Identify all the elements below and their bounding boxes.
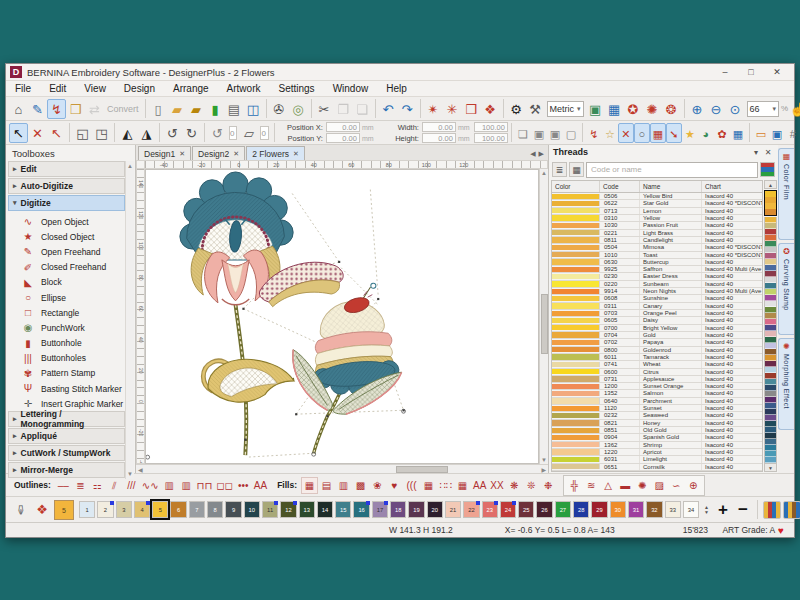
canvas-horizontal-scrollbar[interactable]: ◀▶ [136,464,548,473]
menu-item[interactable]: File [6,81,40,97]
fill-step-icon[interactable]: ▥ [335,477,352,494]
menu-item[interactable]: Help [377,81,416,97]
thread-row[interactable]: 0703 Orange Peel Isacord 40 [552,310,762,317]
zoom-level-dropdown[interactable]: 66▾ [747,101,780,117]
rotate-free-icon[interactable]: ↺ [208,123,227,143]
hoop-layout-icon[interactable]: ❏ [515,123,531,143]
effect-wave-icon[interactable]: ≋ [583,477,600,494]
outline-box-icon[interactable]: ▭ [753,123,769,143]
stitch-edit-icon[interactable]: ↯ [586,123,602,143]
thread-row[interactable]: 1362 Shrimp Isacord 40 [552,442,762,449]
thread-row[interactable]: 0811 Candlelight Isacord 40 [552,237,762,244]
toolbox-section-header[interactable]: ▸Lettering / Monogramming [8,411,125,427]
tab-scroll-left-icon[interactable]: ◀ [530,150,535,158]
close-button[interactable]: ✕ [764,64,790,80]
thread-row[interactable]: 0232 Seaweed Isacord 40 [552,412,762,419]
mouse-hoop-icon[interactable]: ◎ [289,99,308,119]
polygon-select-icon[interactable]: ✕ [28,123,47,143]
thread-row[interactable]: 1352 Salmon Isacord 40 [552,390,762,397]
menu-item[interactable]: Artwork [218,81,270,97]
settings-gear-icon[interactable]: ⚙ [507,99,526,119]
thread-row[interactable]: 0904 Spanish Gold Isacord 40 [552,434,762,441]
tool-block[interactable]: ◣ Block [20,275,125,290]
thread-row[interactable]: 0622 Star Gold Isacord 40 *DISCONT [552,200,762,207]
palette-swatch[interactable]: 8 [207,501,223,518]
hoop-2-icon[interactable]: ▣ [547,123,563,143]
effect-crosshatch-icon[interactable]: ╬ [566,477,583,494]
tab-scroll-right-icon[interactable]: ▶ [539,150,544,158]
thread-row[interactable]: 0702 Papaya Isacord 40 [552,339,762,346]
palette-swatch[interactable]: 28 [573,501,589,518]
palette-swatch[interactable]: 13 [299,501,315,518]
scale-down-icon[interactable]: ◱ [73,123,92,143]
tab-color-film[interactable]: ▦ Color Film [778,148,794,240]
palette-swatch[interactable]: 6 [170,501,186,518]
menu-item[interactable]: Arrange [164,81,218,97]
pin-icon[interactable]: ▾ [750,148,762,157]
toolbox-section-header[interactable]: ▸CutWork / StumpWork [8,445,125,461]
outline-blanket-icon[interactable]: ▥ [161,477,178,494]
fill-ripple-icon[interactable]: ((( [403,477,420,494]
tools-icon[interactable]: ⚒ [526,99,545,119]
effect-globe-icon[interactable]: ⊕ [685,477,702,494]
fill-monogram-aa-icon[interactable]: AA [471,477,488,494]
rotate-cw-45-icon[interactable]: ↻ [182,123,201,143]
image-box-icon[interactable]: ▣ [769,123,785,143]
ellipse-tool-icon[interactable]: ○ [634,123,650,143]
maximize-button[interactable]: □ [738,64,764,80]
print-icon[interactable]: ▤ [225,99,244,119]
palette-swatch[interactable]: 21 [445,501,461,518]
tool-rectangle[interactable]: □ Rectangle [20,305,125,320]
tool-open-object[interactable]: ∿ Open Object [20,214,125,229]
strip-scroll-up-icon[interactable]: ▲ [764,180,777,189]
fill-lace1-icon[interactable]: ❋ [506,477,523,494]
copy-icon[interactable]: ❐ [334,99,353,119]
open-design-icon[interactable]: ▰ [168,99,187,119]
skew-angle-field[interactable]: 0 [260,126,268,140]
palette-swatch[interactable]: 10 [244,501,260,518]
palette-swatch[interactable]: 22 [463,501,479,518]
eyedropper-icon[interactable]: ✑ [10,500,30,520]
tab-morphing-effect[interactable]: ✺ Morphing Effect [778,338,794,430]
palette-swatch[interactable]: 31 [628,501,644,518]
thread-row[interactable]: 0651 Cornsilk Isacord 40 [552,464,762,471]
close-tab-icon[interactable]: ✕ [293,150,299,158]
thread-row[interactable]: 0800 Goldenrod Isacord 40 [552,347,762,354]
fill-monogram-xx-icon[interactable]: XX [488,477,505,494]
effect-curve-icon[interactable]: ∽ [668,477,685,494]
home-icon[interactable]: ⌂ [9,99,28,119]
stamp-icon[interactable]: ✪ [624,99,643,119]
artwork-canvas-icon[interactable]: ✎ [28,99,47,119]
effect-triangle-icon[interactable]: △ [600,477,617,494]
palette-swatch[interactable]: 17 [372,501,388,518]
menu-item[interactable]: View [75,81,115,97]
thread-row[interactable]: 0630 Buttercup Isacord 40 [552,259,762,266]
palette-swatch[interactable]: 7 [189,501,205,518]
outline-motif-icon[interactable]: ◻◻ [214,477,235,494]
height-field[interactable]: 0.00 [422,133,456,143]
outline-chain-icon[interactable]: ⊓⊓ [195,477,215,494]
thread-row[interactable]: 1010 Toast Isacord 40 *DISCONT [552,252,762,259]
palette-swatch[interactable]: 20 [427,501,443,518]
assign-threads-button[interactable] [783,501,800,519]
palette-swatch[interactable]: 14 [317,501,333,518]
thread-row[interactable]: 0221 Light Brass Isacord 40 [552,230,762,237]
effect-star-icon[interactable]: ✺ [634,477,651,494]
thread-row[interactable]: 0230 Easter Dress Isacord 40 [552,273,762,280]
scale-x-field[interactable]: 100.00 [474,122,508,132]
save-design-icon[interactable]: ▮ [206,99,225,119]
position-y-field[interactable]: 0.00 [326,133,360,143]
palette-swatch[interactable]: 15 [335,501,351,518]
zoom-1to1-icon[interactable]: ⊙ [726,99,745,119]
rotate-angle-field[interactable]: 0 [229,126,237,140]
thread-row[interactable]: 0851 Old Gold Isacord 40 [552,427,762,434]
palette-swatch[interactable]: 18 [390,501,406,518]
fill-satin-icon[interactable]: ▤ [318,477,335,494]
design-canvas[interactable] [145,169,539,464]
toolbox-section-header[interactable]: ▸Edit [8,161,125,177]
list-view-icon[interactable]: ≣ [552,162,567,177]
write-to-machine-icon[interactable]: ✇ [270,99,289,119]
fill-weave-icon[interactable]: ▦ [454,477,471,494]
palette-swatch[interactable]: 5 [152,501,168,518]
palette-swatch[interactable]: 3 [116,501,132,518]
